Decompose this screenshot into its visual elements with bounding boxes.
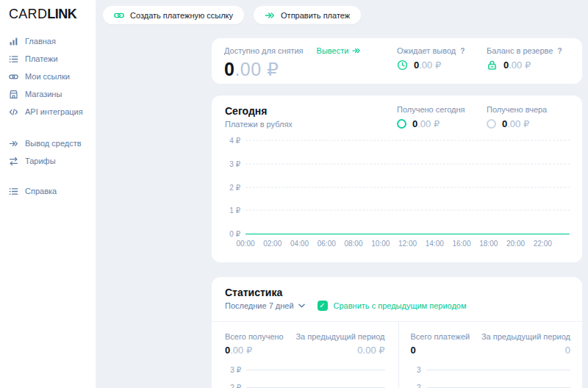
code-icon	[9, 107, 18, 117]
x-axis-tick: 02:00	[263, 240, 282, 248]
x-axis-tick: 04:00	[290, 240, 309, 248]
chevron-down-icon	[298, 303, 305, 308]
mini-chart-grid-row: 2	[411, 378, 571, 388]
send-payment-button[interactable]: Отправить платеж	[254, 6, 361, 24]
chain-link-icon	[9, 72, 18, 82]
logo-text-bold: LINK	[47, 7, 76, 21]
gridline	[426, 387, 571, 388]
sidebar-item-tariffs[interactable]: Тарифы	[9, 155, 56, 167]
sidebar-item-shops[interactable]: Магазины	[9, 88, 62, 100]
help-question-icon[interactable]: ?	[460, 47, 465, 55]
legend-label: Получено вчера	[487, 105, 547, 114]
mini-chart-grid-row: 3 ₽	[225, 361, 385, 378]
today-subtitle: Платежи в рублях	[225, 120, 293, 129]
chart-bars-icon	[9, 37, 18, 46]
gridline	[426, 370, 571, 370]
y-axis-tick: 2 ₽	[224, 183, 240, 191]
available-balance: Доступно для снятия Вывести 0.00 ₽	[224, 46, 361, 80]
sidebar-item-my-links[interactable]: Мои ссылки	[9, 71, 70, 82]
stat-prev-value: 0.00 ₽	[357, 345, 384, 356]
period-selector-value: Последние 7 дней	[225, 301, 294, 310]
today-title: Сегодня	[225, 105, 267, 117]
amount-frac: .00 ₽	[507, 118, 529, 129]
sidebar-item-label: Мои ссылки	[25, 72, 70, 81]
gridline	[245, 210, 570, 211]
x-axis-tick: 10:00	[371, 240, 390, 248]
topbar: Создать платежную ссылку Отправить плате…	[103, 6, 361, 24]
sidebar-item-label: Тарифы	[25, 157, 56, 165]
period-selector[interactable]: Последние 7 дней	[225, 301, 305, 310]
help-question-icon[interactable]: ?	[557, 47, 562, 55]
logo-text-regular: CARD	[9, 7, 47, 21]
stat-label: Всего получено	[225, 332, 284, 341]
withdraw-link[interactable]: Вывести	[317, 46, 362, 55]
sidebar-item-payments[interactable]: Платежи	[9, 53, 58, 65]
compare-period-toggle[interactable]: ✓ Сравнить с предыдущим периодом	[318, 301, 467, 311]
y-axis-tick: 0 ₽	[224, 230, 240, 238]
sidebar-item-home[interactable]: Главная	[9, 35, 56, 47]
chart-y-grid: 4 ₽3 ₽2 ₽1 ₽0 ₽	[224, 140, 570, 234]
payments-list-icon	[9, 54, 18, 64]
amount-int: 0	[224, 59, 234, 79]
create-payment-link-button[interactable]: Создать платежную ссылку	[103, 6, 244, 24]
brand-logo[interactable]: CARDLINK	[9, 7, 76, 22]
amount-frac: .00 ₽	[419, 60, 441, 71]
create-payment-link-label: Создать платежную ссылку	[130, 11, 233, 20]
stat-prev-label: За предыдущий период	[295, 332, 384, 341]
chart-grid-row: 3 ₽	[224, 159, 570, 168]
chart-x-axis: 00:0002:0004:0006:0008:0010:0012:0014:00…	[245, 240, 570, 248]
y-axis-tick: 2	[411, 384, 421, 388]
storefront-icon	[9, 90, 18, 99]
chart-grid-row: 4 ₽	[224, 137, 570, 145]
reserve-label: Баланс в резерве	[487, 46, 553, 55]
x-axis-tick: 20:00	[506, 240, 525, 248]
sidebar-item-api[interactable]: API интеграция	[9, 106, 83, 118]
stat-value: 0	[411, 345, 416, 356]
x-axis-tick: 08:00	[344, 240, 362, 248]
sidebar: CARDLINK Главная Платежи Мои ссылки	[0, 0, 96, 388]
send-payment-label: Отправить платеж	[281, 11, 350, 20]
clock-icon	[397, 60, 408, 71]
stat-prev-value: 0	[565, 345, 570, 356]
lock-icon	[487, 60, 498, 71]
y-axis-tick: 4 ₽	[224, 137, 240, 145]
sidebar-item-withdraw[interactable]: Вывод средств	[9, 137, 82, 149]
sidebar-item-label: Магазины	[25, 90, 62, 98]
mini-chart-received: 3 ₽2 ₽	[225, 361, 385, 388]
sidebar-item-label: Главная	[25, 37, 56, 46]
y-axis-tick: 1 ₽	[224, 206, 240, 215]
stat-prev-label: За предыдущий период	[481, 332, 570, 341]
x-axis-tick: 18:00	[479, 240, 498, 248]
gridline	[246, 387, 385, 388]
x-axis-tick: 16:00	[452, 240, 470, 248]
x-axis-tick: 22:00	[534, 240, 552, 248]
reserve-balance: Баланс в резерве ? 0.00 ₽	[487, 46, 562, 71]
chart-grid-row: 2 ₽	[224, 183, 570, 191]
today-card: Сегодня Платежи в рублях Получено сегодн…	[212, 96, 582, 262]
x-axis-tick: 06:00	[318, 240, 336, 248]
available-amount: 0.00 ₽	[224, 59, 361, 80]
gridline	[245, 140, 570, 141]
sidebar-item-label: Платежи	[25, 54, 58, 63]
withdraw-link-label: Вывести	[317, 46, 349, 55]
legend-amount: 0.00 ₽	[412, 118, 440, 129]
balance-card: Доступно для снятия Вывести 0.00 ₽ Ожида…	[212, 38, 582, 84]
gridline	[245, 187, 570, 187]
swap-arrows-icon	[9, 157, 18, 166]
amount-frac: .00 ₽	[234, 59, 279, 79]
sidebar-item-label: Вывод средств	[25, 139, 82, 148]
amount-int: 0	[411, 345, 416, 356]
gridline	[245, 163, 570, 164]
sidebar-item-help[interactable]: Справка	[9, 185, 57, 197]
chart-grid-row: 1 ₽	[224, 206, 570, 215]
x-axis-tick: 00:00	[236, 240, 254, 248]
stat-block-received: Всего получено За предыдущий период 0.00…	[212, 322, 399, 388]
statistics-controls: Последние 7 дней ✓ Сравнить с предыдущим…	[225, 301, 467, 311]
chart-grid-row: 0 ₽	[224, 230, 570, 238]
sidebar-item-label: Справка	[25, 187, 57, 195]
stat-value: 0.00 ₽	[225, 345, 252, 356]
compare-checkbox[interactable]: ✓	[318, 301, 328, 311]
stat-label: Всего платежей	[411, 332, 470, 341]
compare-label: Сравнить с предыдущим периодом	[334, 301, 467, 310]
pending-label: Ожидает вывод	[397, 46, 456, 55]
